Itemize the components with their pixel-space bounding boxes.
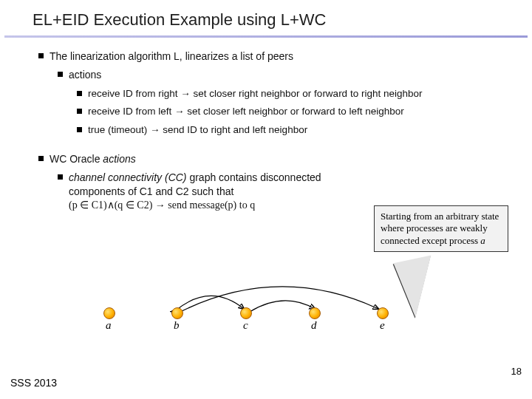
text: The linearization algorithm L, linearize… [50,50,293,64]
label-c: c [243,319,248,332]
connection-arcs [103,269,421,350]
text: receive ID from left → set closer left n… [88,105,404,119]
bullet-a3: true (timeout) → send ID to right and le… [77,123,511,137]
bullet-cc: channel connectivity (CC) graph contains… [58,171,324,213]
label-e: e [380,319,385,332]
callout-box: Starting from an arbitrary state where p… [374,205,508,252]
bullet-a2: receive ID from left → set closer left n… [77,105,511,119]
text: actions [69,68,101,82]
square-bullet-icon [38,53,44,58]
node-c [240,307,252,319]
node-a [103,307,115,319]
bullet-actions: actions [58,68,511,82]
node-e [377,307,389,319]
label-d: d [311,319,317,332]
bullet-wc-oracle: WC Oracle actions [38,152,511,166]
page-number: 18 [511,366,522,377]
label-a: a [106,319,112,332]
text: true (timeout) → send ID to right and le… [88,123,307,137]
content-area: The linearization algorithm L, linearize… [0,38,532,212]
text: WC Oracle actions [50,152,136,166]
square-bullet-icon [77,109,82,114]
square-bullet-icon [58,174,63,180]
label-b: b [174,319,180,332]
bullet-linearization: The linearization algorithm L, linearize… [38,50,511,64]
cc-pre: channel connectivity (CC) [69,171,189,183]
square-bullet-icon [38,156,44,161]
wc-actions: actions [103,153,135,165]
text: receive ID from right → set closer right… [88,87,422,101]
wc-label: WC Oracle [50,153,103,165]
cc-rule: (p ∈ C1)∧(q ∈ C2) → send message(p) to q [69,199,324,213]
square-bullet-icon [58,72,63,77]
bullet-a1: receive ID from right → set closer right… [77,87,511,101]
footer-text: SSS 2013 [10,377,57,389]
square-bullet-icon [77,91,82,96]
node-b [171,307,183,319]
slide-title: EL+EID Execution Example using L+WC [0,0,532,33]
callout-end: a [480,235,485,246]
node-d [309,307,321,319]
square-bullet-icon [77,127,82,132]
text: channel connectivity (CC) graph contains… [69,171,324,213]
node-diagram: a b c d e [103,303,421,362]
